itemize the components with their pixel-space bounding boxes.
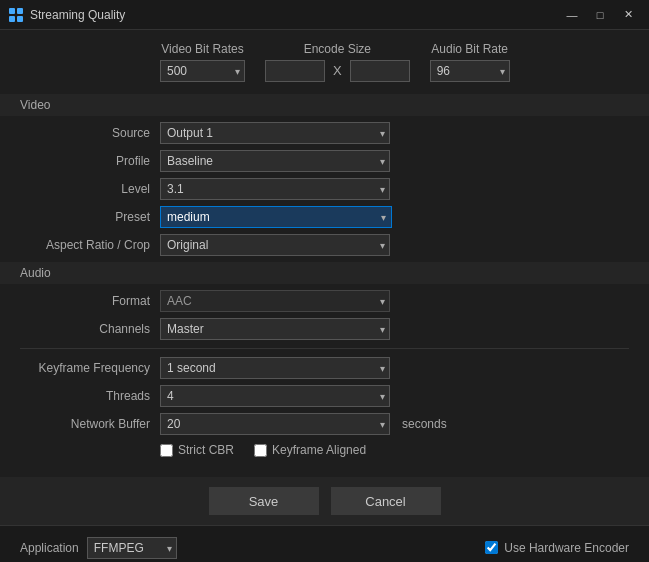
video-bit-rate-select[interactable]: 500 1000 1500 2000 3000 5000 (160, 60, 245, 82)
strict-cbr-label: Strict CBR (178, 443, 234, 457)
level-select[interactable]: 3.0 3.1 3.2 4.0 4.1 (160, 178, 390, 200)
window-title: Streaming Quality (30, 8, 559, 22)
keyframe-aligned-item[interactable]: Keyframe Aligned (254, 443, 366, 457)
application-select-wrap: FFMPEG x264 x265 (87, 537, 177, 559)
main-content: Video Bit Rates 500 1000 1500 2000 3000 … (0, 30, 649, 477)
strict-cbr-checkbox[interactable] (160, 444, 173, 457)
aspect-ratio-control: Original 4:3 16:9 Custom (160, 234, 629, 256)
channels-select[interactable]: Master Stereo Mono (160, 318, 390, 340)
threads-select[interactable]: 1 2 4 8 (160, 385, 390, 407)
title-bar: Streaming Quality — □ ✕ (0, 0, 649, 30)
format-row: Format AAC MP3 (20, 290, 629, 312)
video-bit-rates-label: Video Bit Rates (160, 42, 245, 56)
aspect-ratio-label: Aspect Ratio / Crop (20, 238, 160, 252)
aspect-ratio-select-wrap: Original 4:3 16:9 Custom (160, 234, 390, 256)
save-button[interactable]: Save (209, 487, 319, 515)
svg-rect-3 (17, 16, 23, 22)
preset-label: Preset (20, 210, 160, 224)
bottom-buttons: Save Cancel (0, 477, 649, 525)
audio-bit-rate-select[interactable]: 64 96 128 192 256 320 (430, 60, 510, 82)
window-controls: — □ ✕ (559, 5, 641, 25)
maximize-button[interactable]: □ (587, 5, 613, 25)
channels-select-wrap: Master Stereo Mono (160, 318, 390, 340)
footer-right: Use Hardware Encoder (485, 541, 629, 555)
format-select-wrap: AAC MP3 (160, 290, 390, 312)
footer-left: Application FFMPEG x264 x265 (20, 537, 177, 559)
hw-encoder-label: Use Hardware Encoder (504, 541, 629, 555)
keyframe-label: Keyframe Frequency (20, 361, 160, 375)
checkbox-row: Strict CBR Keyframe Aligned (160, 443, 629, 457)
audio-section-divider: Audio (0, 262, 649, 284)
video-section-divider: Video (0, 94, 649, 116)
hw-encoder-checkbox[interactable] (485, 541, 498, 554)
audio-bit-rate-group: Audio Bit Rate 64 96 128 192 256 320 (430, 42, 510, 82)
format-select[interactable]: AAC MP3 (160, 290, 390, 312)
preset-select-wrap: ultrafast superfast veryfast faster fast… (160, 206, 392, 228)
source-label: Source (20, 126, 160, 140)
channels-row: Channels Master Stereo Mono (20, 318, 629, 340)
close-button[interactable]: ✕ (615, 5, 641, 25)
level-label: Level (20, 182, 160, 196)
channels-label: Channels (20, 322, 160, 336)
preset-row: Preset ultrafast superfast veryfast fast… (20, 206, 629, 228)
svg-rect-2 (9, 16, 15, 22)
profile-select-wrap: Baseline Main High (160, 150, 390, 172)
preset-select[interactable]: ultrafast superfast veryfast faster fast… (161, 207, 391, 227)
audio-bit-rate-select-wrap: 64 96 128 192 256 320 (430, 60, 510, 82)
cancel-button[interactable]: Cancel (331, 487, 441, 515)
profile-select[interactable]: Baseline Main High (160, 150, 390, 172)
keyframe-aligned-checkbox[interactable] (254, 444, 267, 457)
threads-label: Threads (20, 389, 160, 403)
video-section-title: Video (20, 98, 50, 112)
channels-control: Master Stereo Mono (160, 318, 629, 340)
level-control: 3.0 3.1 3.2 4.0 4.1 (160, 178, 629, 200)
minimize-button[interactable]: — (559, 5, 585, 25)
application-label: Application (20, 541, 79, 555)
network-buffer-label: Network Buffer (20, 417, 160, 431)
threads-select-wrap: 1 2 4 8 (160, 385, 390, 407)
strict-cbr-item[interactable]: Strict CBR (160, 443, 234, 457)
profile-control: Baseline Main High (160, 150, 629, 172)
network-buffer-row: Network Buffer 10 20 30 60 seconds (20, 413, 629, 435)
app-icon (8, 7, 24, 23)
encode-width-input[interactable]: 854 (265, 60, 325, 82)
profile-label: Profile (20, 154, 160, 168)
video-bit-rates-group: Video Bit Rates 500 1000 1500 2000 3000 … (160, 42, 245, 82)
encode-height-input[interactable]: 480 (350, 60, 410, 82)
source-control: Output 1 Output 2 Output 3 (160, 122, 629, 144)
x-separator: X (333, 63, 342, 80)
network-buffer-control: 10 20 30 60 seconds (160, 413, 629, 435)
source-row: Source Output 1 Output 2 Output 3 (20, 122, 629, 144)
extra-form: Keyframe Frequency 1 second 2 seconds 3 … (20, 348, 629, 457)
threads-control: 1 2 4 8 (160, 385, 629, 407)
threads-row: Threads 1 2 4 8 (20, 385, 629, 407)
application-select[interactable]: FFMPEG x264 x265 (87, 537, 177, 559)
network-buffer-select[interactable]: 10 20 30 60 (160, 413, 390, 435)
encode-size-group: Encode Size 854 X 480 (265, 42, 410, 82)
network-buffer-select-wrap: 10 20 30 60 (160, 413, 390, 435)
keyframe-row: Keyframe Frequency 1 second 2 seconds 3 … (20, 357, 629, 379)
level-select-wrap: 3.0 3.1 3.2 4.0 4.1 (160, 178, 390, 200)
format-label: Format (20, 294, 160, 308)
keyframe-select[interactable]: 1 second 2 seconds 3 seconds 5 seconds (160, 357, 390, 379)
audio-bit-rate-label: Audio Bit Rate (430, 42, 510, 56)
keyframe-select-wrap: 1 second 2 seconds 3 seconds 5 seconds (160, 357, 390, 379)
video-form: Source Output 1 Output 2 Output 3 Profil… (20, 122, 629, 256)
source-select-wrap: Output 1 Output 2 Output 3 (160, 122, 390, 144)
encode-size-label: Encode Size (265, 42, 410, 56)
aspect-ratio-row: Aspect Ratio / Crop Original 4:3 16:9 Cu… (20, 234, 629, 256)
preset-control: ultrafast superfast veryfast faster fast… (160, 206, 629, 228)
seconds-label: seconds (402, 417, 447, 431)
audio-section-title: Audio (20, 266, 51, 280)
keyframe-aligned-label: Keyframe Aligned (272, 443, 366, 457)
svg-rect-1 (17, 8, 23, 14)
divider-1 (20, 348, 629, 349)
aspect-ratio-select[interactable]: Original 4:3 16:9 Custom (160, 234, 390, 256)
source-select[interactable]: Output 1 Output 2 Output 3 (160, 122, 390, 144)
audio-form: Format AAC MP3 Channels Master Stereo Mo… (20, 290, 629, 340)
footer-bar: Application FFMPEG x264 x265 Use Hardwar… (0, 525, 649, 562)
format-control: AAC MP3 (160, 290, 629, 312)
profile-row: Profile Baseline Main High (20, 150, 629, 172)
keyframe-control: 1 second 2 seconds 3 seconds 5 seconds (160, 357, 629, 379)
level-row: Level 3.0 3.1 3.2 4.0 4.1 (20, 178, 629, 200)
